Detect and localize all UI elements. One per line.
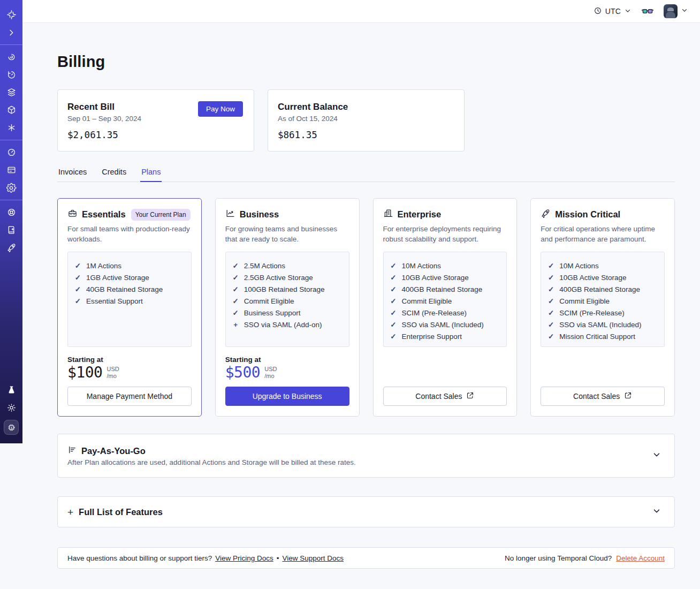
gauge-icon[interactable]	[0, 144, 22, 161]
check-icon: ✓	[232, 296, 239, 307]
layers-icon[interactable]	[0, 84, 22, 101]
plan-feature: ✓400GB Retained Storage	[547, 284, 658, 296]
plan-description: For growing teams and businesses that ar…	[225, 224, 349, 245]
check-icon: ✓	[547, 260, 554, 272]
contact-sales-button[interactable]: Contact Sales	[383, 387, 507, 406]
account-menu[interactable]	[664, 4, 688, 18]
check-icon: ✓	[547, 307, 554, 319]
chevron-down-icon	[652, 450, 661, 462]
view-pricing-docs-link[interactable]: View Pricing Docs	[215, 554, 273, 562]
plan-description: For small teams with production-ready wo…	[67, 224, 192, 245]
plan-features-box: ✓10M Actions ✓10GB Active Storage ✓400GB…	[541, 252, 665, 347]
card-icon[interactable]	[0, 161, 22, 179]
plan-price-block: Starting at $100 USD/mo	[67, 356, 192, 381]
contact-sales-button[interactable]: Contact Sales	[541, 387, 665, 406]
sidebar-divider	[0, 200, 22, 200]
plan-feature: ✓Commit Eligible	[390, 296, 500, 307]
avatar	[664, 4, 678, 18]
payg-title: Pay-As-You-Go	[81, 446, 146, 456]
plan-name: Mission Critical	[555, 209, 620, 220]
recent-bill-amount: $2,061.35	[67, 130, 244, 140]
plan-price-block: Starting at $500 USD/mo	[225, 356, 349, 381]
rocket-icon	[541, 208, 551, 221]
chevron-down-icon	[681, 6, 688, 16]
gear-icon[interactable]	[0, 179, 22, 197]
plan-name: Essentials	[82, 209, 126, 220]
upgrade-business-button[interactable]: Upgrade to Business	[225, 387, 349, 406]
delete-account-link[interactable]: Delete Account	[616, 554, 665, 562]
plans-row: Essentials Your Current Plan For small t…	[57, 198, 675, 417]
chart-line-icon	[225, 208, 235, 221]
plan-currency: USD	[106, 366, 119, 373]
plan-card-enterprise: Enterprise For enterprise deployments re…	[373, 198, 518, 417]
plan-feature: ✓2.5GB Active Storage	[232, 272, 343, 284]
plan-description: For critical operations where uptime and…	[541, 224, 665, 245]
plan-feature: ✓SCIM (Pre-Release)	[390, 307, 500, 319]
rocket-icon[interactable]	[0, 239, 22, 256]
plan-feature: ✓10GB Active Storage	[547, 272, 658, 284]
main-content: Billing Recent Bill Sep 01 – Sep 30, 202…	[0, 23, 700, 589]
book-icon[interactable]	[0, 221, 22, 239]
chevron-down-icon	[652, 506, 661, 518]
timezone-label: UTC	[605, 7, 621, 16]
chevron-right-icon[interactable]	[0, 24, 22, 41]
pay-as-you-go-panel[interactable]: Pay-As-You-Go After Plan allocations are…	[57, 434, 675, 478]
check-icon: ✓	[232, 272, 239, 284]
plan-features-box: ✓1M Actions ✓1GB Active Storage ✓40GB Re…	[67, 252, 192, 347]
footer-right-question: No longer using Temporal Cloud?	[505, 554, 612, 562]
footer-bar: Have questions about billing or support …	[57, 547, 675, 569]
check-icon: ✓	[547, 331, 554, 343]
timezone-selector[interactable]: UTC	[594, 6, 631, 17]
manage-payment-button[interactable]: Manage Payment Method	[67, 387, 192, 406]
payg-description: After Plan allocations are used, additio…	[67, 458, 356, 466]
billing-active-button[interactable]: $	[4, 420, 19, 435]
sun-icon[interactable]	[0, 399, 22, 417]
plan-name: Business	[240, 209, 279, 220]
asterisk-icon[interactable]	[0, 119, 22, 137]
plan-feature: ✓10GB Active Storage	[390, 272, 500, 284]
plan-feature: ✓Business Support	[232, 307, 343, 319]
flask-icon[interactable]	[0, 381, 22, 399]
sidebar: $	[0, 0, 22, 443]
external-link-icon	[466, 391, 474, 401]
full-features-title: Full List of Features	[79, 507, 163, 517]
check-icon: ✓	[74, 296, 81, 307]
view-support-docs-link[interactable]: View Support Docs	[282, 554, 344, 562]
plan-price: $500	[225, 365, 260, 381]
tab-plans[interactable]: Plans	[140, 164, 162, 182]
check-icon: ✓	[547, 272, 554, 284]
plan-feature: ✓Enterprise Support	[390, 331, 500, 343]
starting-at-label: Starting at	[67, 356, 192, 364]
billing-tabs: Invoices Credits Plans	[57, 164, 675, 182]
check-icon: ✓	[74, 284, 81, 296]
spiral-icon[interactable]	[0, 48, 22, 66]
clock-icon	[594, 6, 602, 17]
summary-cards: Recent Bill Sep 01 – Sep 30, 2024 $2,061…	[57, 89, 675, 152]
cube-icon[interactable]	[0, 101, 22, 119]
full-features-panel[interactable]: + Full List of Features	[57, 496, 675, 527]
plus-icon: +	[232, 319, 239, 331]
check-icon: ✓	[390, 272, 397, 284]
pay-now-button[interactable]: Pay Now	[198, 101, 243, 117]
plan-period: /mo	[106, 373, 119, 380]
footer-separator: •	[277, 554, 279, 562]
current-balance-asof: As of Oct 15, 2024	[278, 115, 454, 123]
timer-icon[interactable]	[0, 66, 22, 84]
check-icon: ✓	[74, 260, 81, 272]
tab-invoices[interactable]: Invoices	[57, 164, 88, 182]
tab-credits[interactable]: Credits	[101, 164, 127, 182]
lifebuoy-icon[interactable]	[0, 203, 22, 221]
footer-question: Have questions about billing or support …	[67, 554, 212, 562]
check-icon: ✓	[547, 284, 554, 296]
starting-at-label: Starting at	[225, 356, 349, 364]
plan-feature: ✓10M Actions	[547, 260, 658, 272]
plan-feature: ✓Mission Critical Support	[547, 331, 658, 343]
svg-text:$: $	[10, 425, 12, 429]
plan-feature: ✓Essential Support	[74, 296, 185, 307]
plan-feature: ✓SCIM (Pre-Release)	[547, 307, 658, 319]
building-icon	[383, 208, 393, 221]
glasses-icon[interactable]	[641, 6, 654, 16]
toolbox-icon	[67, 208, 78, 221]
check-icon: ✓	[547, 319, 554, 331]
temporal-logo-icon[interactable]	[0, 6, 22, 24]
